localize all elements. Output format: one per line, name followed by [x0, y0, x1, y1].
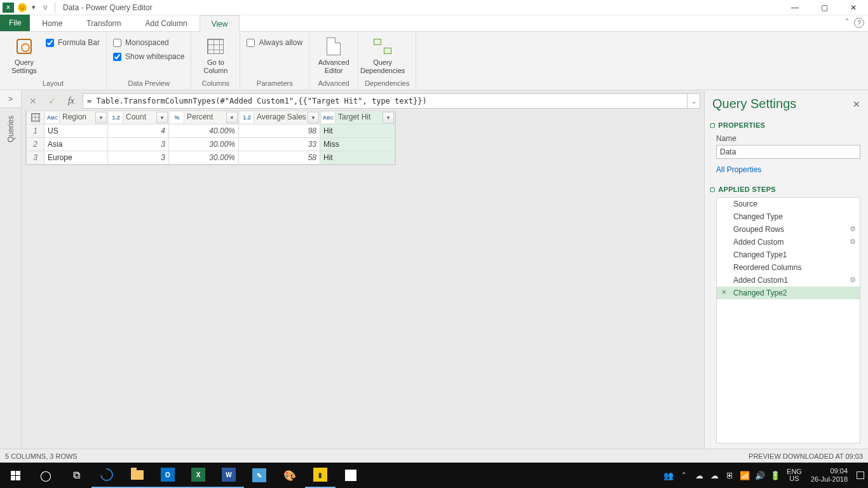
column-header-count[interactable]: 1.2Count▼ — [108, 111, 169, 125]
query-settings-close-button[interactable]: ✕ — [853, 99, 860, 109]
advanced-editor-button[interactable]: Advanced Editor — [316, 34, 351, 74]
tray-people-icon[interactable]: 👥 — [661, 463, 676, 488]
column-filter-button[interactable]: ▼ — [308, 112, 319, 123]
qat-overflow-icon[interactable]: ▿ — [39, 2, 51, 13]
grid-corner[interactable] — [27, 111, 44, 125]
row-number[interactable]: 3 — [27, 151, 44, 165]
applied-step[interactable]: Added Custom1⚙ — [717, 274, 860, 287]
formula-dropdown-button[interactable]: ⌄ — [687, 94, 700, 108]
help-icon[interactable]: ? — [854, 18, 864, 28]
column-filter-button[interactable]: ▼ — [383, 112, 394, 123]
taskbar-edge-icon[interactable] — [92, 463, 122, 488]
applied-step[interactable]: Added Custom⚙ — [717, 236, 860, 248]
tray-cloud-icon[interactable]: ☁ — [707, 463, 722, 488]
cell-percent[interactable]: 30.00% — [169, 138, 239, 151]
table-row[interactable]: 2Asia330.00%33Miss — [27, 138, 395, 151]
table-row[interactable]: 3Europe330.00%58Hit — [27, 151, 395, 165]
applied-steps-header[interactable]: ▢APPLIED STEPS — [710, 186, 860, 193]
cortana-button[interactable]: ◯ — [31, 463, 61, 488]
tab-transform[interactable]: Transform — [74, 15, 133, 31]
applied-step[interactable]: Grouped Rows⚙ — [717, 223, 860, 236]
step-settings-icon[interactable]: ⚙ — [850, 238, 856, 246]
tray-battery-icon[interactable]: 🔋 — [768, 463, 783, 488]
cell-count[interactable]: 3 — [108, 151, 169, 165]
row-number[interactable]: 2 — [27, 138, 44, 151]
taskbar-blank-icon[interactable] — [336, 463, 366, 488]
step-settings-icon[interactable]: ⚙ — [850, 225, 856, 233]
cell-count[interactable]: 3 — [108, 138, 169, 151]
cell-count[interactable]: 4 — [108, 125, 169, 138]
column-filter-button[interactable]: ▼ — [156, 112, 168, 123]
tray-notifications-icon[interactable] — [853, 463, 868, 488]
table-row[interactable]: 1US440.00%98Hit — [27, 125, 395, 138]
applied-step[interactable]: Reordered Columns — [717, 261, 860, 274]
tray-clock[interactable]: 09:0426-Jul-2018 — [806, 467, 853, 483]
window-minimize-button[interactable]: — — [780, 0, 810, 15]
cell-average[interactable]: 98 — [239, 125, 320, 138]
row-number[interactable]: 1 — [27, 125, 44, 138]
column-filter-button[interactable]: ▼ — [226, 112, 238, 123]
window-close-button[interactable]: ✕ — [839, 0, 868, 15]
tray-security-icon[interactable]: ⛨ — [722, 463, 737, 488]
tray-network-icon[interactable]: 📶 — [737, 463, 752, 488]
tab-file[interactable]: File — [0, 15, 30, 31]
start-button[interactable] — [0, 463, 31, 488]
taskbar-explorer-icon[interactable] — [122, 463, 153, 488]
cell-average[interactable]: 33 — [239, 138, 320, 151]
step-settings-icon[interactable]: ⚙ — [850, 276, 856, 284]
applied-step[interactable]: Changed Type2 — [717, 287, 860, 299]
cell-region[interactable]: Asia — [44, 138, 108, 151]
column-header-target-hit[interactable]: ABCTarget Hit▼ — [320, 111, 395, 125]
tray-onedrive-icon[interactable]: ☁ — [691, 463, 707, 488]
column-header-average-sales[interactable]: 1.2Average Sales▼ — [239, 111, 320, 125]
data-grid[interactable]: ABCRegion▼1.2Count▼%Percent▼1.2Average S… — [25, 111, 396, 165]
tray-chevron-up-icon[interactable]: ˄ — [676, 463, 691, 488]
applied-step[interactable]: Changed Type1 — [717, 248, 860, 261]
properties-section-header[interactable]: ▢PROPERTIES — [710, 121, 860, 129]
cell-target[interactable]: Hit — [320, 151, 395, 165]
cell-average[interactable]: 58 — [239, 151, 320, 165]
queries-expand-button[interactable]: > — [0, 90, 21, 108]
cell-target[interactable]: Hit — [320, 125, 395, 138]
column-filter-button[interactable]: ▼ — [95, 112, 107, 123]
go-to-column-button[interactable]: Go to Column — [198, 34, 233, 74]
tray-volume-icon[interactable]: 🔊 — [752, 463, 768, 488]
tab-view[interactable]: View — [200, 15, 240, 32]
all-properties-link[interactable]: All Properties — [716, 165, 860, 174]
applied-step[interactable]: Source — [717, 198, 860, 210]
applied-step[interactable]: Changed Type — [717, 210, 860, 223]
always-allow-checkbox[interactable]: Always allow — [247, 36, 302, 50]
query-name-input[interactable] — [716, 145, 860, 159]
formula-input[interactable] — [83, 97, 687, 105]
taskbar-notes-icon[interactable]: ✎ — [244, 463, 275, 488]
queries-pane-label[interactable]: Queries — [6, 116, 15, 142]
column-header-region[interactable]: ABCRegion▼ — [44, 111, 108, 125]
task-view-button[interactable]: ⧉ — [61, 463, 92, 488]
taskbar-powerbi-icon[interactable]: ▮ — [305, 463, 336, 488]
tab-home[interactable]: Home — [30, 15, 74, 31]
taskbar-word-icon[interactable]: W — [214, 463, 244, 488]
show-whitespace-checkbox[interactable]: Show whitespace — [113, 50, 184, 64]
taskbar-paint-icon[interactable]: 🎨 — [275, 463, 305, 488]
cell-region[interactable]: Europe — [44, 151, 108, 165]
qat-dropdown-icon[interactable]: ▾ — [28, 2, 39, 13]
query-settings-button[interactable]: Query Settings — [6, 34, 42, 74]
monospaced-checkbox[interactable]: Monospaced — [113, 36, 184, 50]
formula-cancel-button[interactable]: ✕ — [25, 93, 41, 109]
cell-region[interactable]: US — [44, 125, 108, 138]
formula-bar-checkbox[interactable]: Formula Bar — [46, 36, 100, 50]
taskbar-outlook-icon[interactable]: O — [153, 463, 183, 488]
cell-target[interactable]: Miss — [320, 138, 395, 151]
column-header-percent[interactable]: %Percent▼ — [169, 111, 239, 125]
fx-icon[interactable]: fx — [64, 93, 79, 109]
cell-percent[interactable]: 30.00% — [169, 151, 239, 165]
formula-commit-button[interactable]: ✓ — [44, 93, 60, 109]
qat-smiley-icon[interactable]: ☺ — [17, 2, 28, 13]
window-maximize-button[interactable]: ▢ — [810, 0, 839, 15]
tab-add-column[interactable]: Add Column — [133, 15, 200, 31]
tray-language[interactable]: ENGUS — [783, 468, 806, 482]
ribbon-collapse-icon[interactable]: ˄ — [845, 18, 849, 28]
cell-percent[interactable]: 40.00% — [169, 125, 239, 138]
query-dependencies-button[interactable]: Query Dependencies — [365, 34, 400, 74]
taskbar-excel-icon[interactable]: X — [183, 463, 214, 488]
